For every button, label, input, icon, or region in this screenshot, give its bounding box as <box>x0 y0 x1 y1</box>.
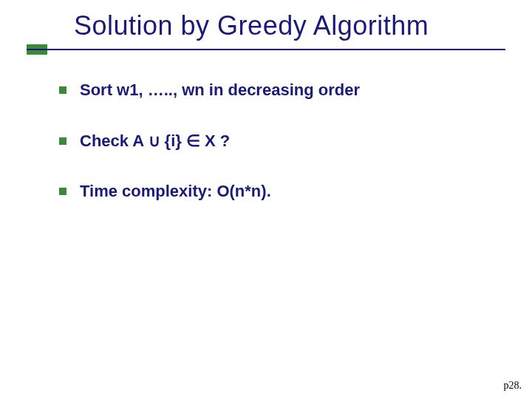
slide-container: Solution by Greedy Algorithm Sort w1, ….… <box>0 0 532 399</box>
bullet-list: Sort w1, ….., wn in decreasing order Che… <box>59 80 488 232</box>
list-item: Sort w1, ….., wn in decreasing order <box>59 80 488 101</box>
page-number: p28. <box>504 380 522 392</box>
bullet-icon <box>59 137 66 145</box>
bullet-text: Sort w1, ….., wn in decreasing order <box>80 80 360 101</box>
slide-title: Solution by Greedy Algorithm <box>74 10 429 41</box>
bullet-text: Time complexity: O(n*n). <box>80 181 271 202</box>
list-item: Time complexity: O(n*n). <box>59 181 488 202</box>
bullet-icon <box>59 86 66 94</box>
bullet-icon <box>59 188 66 195</box>
bullet-text: Check A ∪ {i} ∈ X ? <box>80 131 230 152</box>
list-item: Check A ∪ {i} ∈ X ? <box>59 131 488 152</box>
title-underline <box>27 49 505 50</box>
